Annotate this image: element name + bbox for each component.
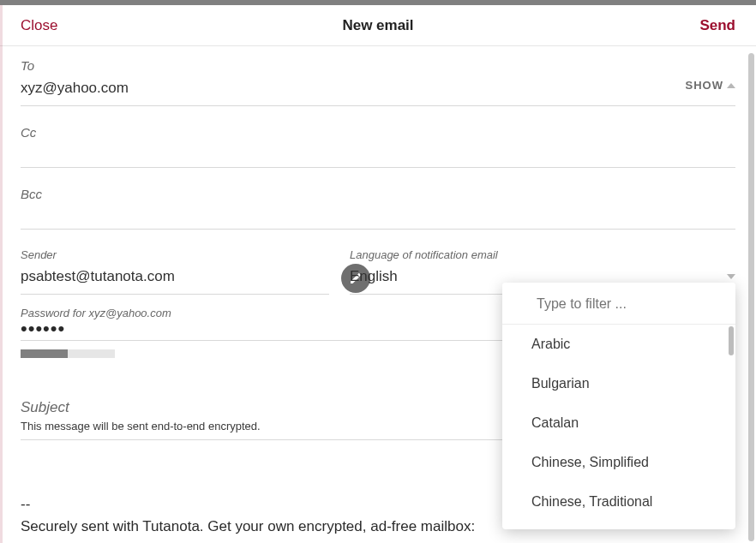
sender-input[interactable]: [21, 263, 329, 295]
dropdown-scrollbar[interactable]: [729, 326, 734, 355]
language-dropdown: Arabic Bulgarian Catalan Chinese, Simpli…: [502, 283, 735, 529]
show-label: SHOW: [686, 79, 723, 92]
dropdown-option[interactable]: Chinese, Simplified: [502, 443, 735, 482]
password-strength-meter: [21, 349, 115, 358]
main-scrollbar[interactable]: [748, 53, 754, 541]
bcc-field-row: Bcc: [21, 187, 735, 230]
to-label: To: [21, 58, 735, 73]
show-recipients-toggle[interactable]: SHOW: [686, 79, 735, 92]
dropdown-list: Arabic Bulgarian Catalan Chinese, Simpli…: [502, 325, 735, 529]
dropdown-option[interactable]: Chinese, Traditional: [502, 482, 735, 522]
close-button[interactable]: Close: [21, 17, 57, 34]
to-field-row: To SHOW: [21, 58, 735, 106]
password-strength-fill: [21, 349, 68, 358]
cc-input[interactable]: [21, 141, 735, 168]
sender-field-row: Sender: [21, 248, 329, 295]
dropdown-option[interactable]: Bulgarian: [502, 364, 735, 403]
to-input[interactable]: [21, 75, 735, 106]
chevron-down-icon: [727, 274, 735, 279]
sender-label: Sender: [21, 248, 329, 261]
dropdown-filter-input[interactable]: [502, 283, 735, 325]
bcc-label: Bcc: [21, 187, 735, 201]
cc-field-row: Cc: [21, 125, 735, 168]
dropdown-option[interactable]: Catalan: [502, 403, 735, 443]
compose-header: Close New email Send: [0, 5, 756, 46]
compose-title: New email: [342, 17, 413, 34]
dropdown-option[interactable]: Arabic: [502, 325, 735, 364]
language-label: Language of notification email: [350, 248, 735, 261]
bcc-input[interactable]: [21, 203, 735, 230]
chevron-up-icon: [727, 83, 735, 88]
language-value: English: [350, 268, 398, 285]
send-button[interactable]: Send: [699, 17, 735, 34]
cc-label: Cc: [21, 125, 735, 140]
